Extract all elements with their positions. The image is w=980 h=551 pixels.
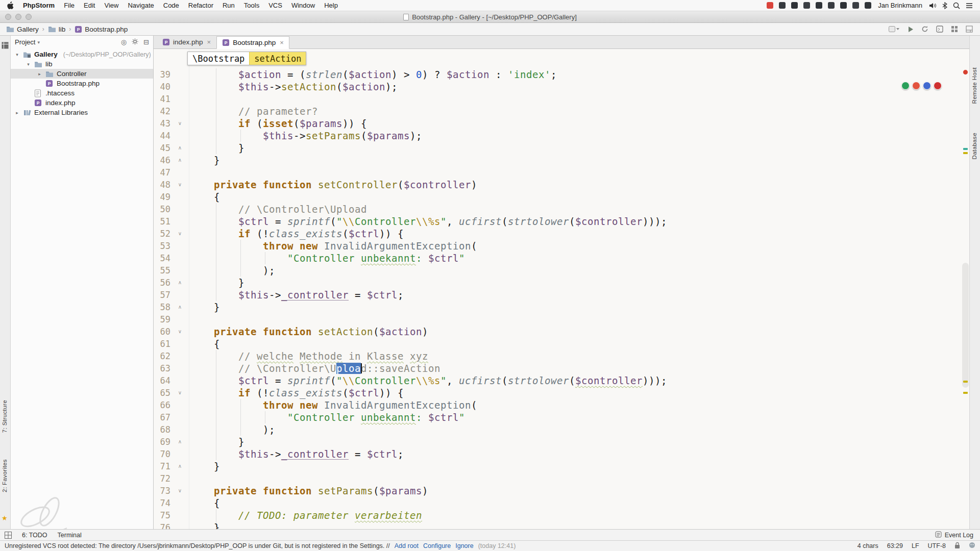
database-tool-button[interactable]: Database — [971, 133, 977, 159]
line-number[interactable]: 58 — [154, 301, 170, 313]
menu-item-navigate[interactable]: Navigate — [128, 2, 154, 9]
tree-item-bootstrap-php[interactable]: PBootstrap.php — [11, 79, 153, 88]
structure-tool-button[interactable]: 7: Structure — [2, 400, 8, 433]
fold-marker-icon[interactable]: ∧ — [170, 277, 189, 289]
code-line-46[interactable]: 46∧ } — [154, 154, 969, 166]
overlay-dot-icon[interactable] — [901, 82, 910, 90]
menu-app-name[interactable]: PhpStorm — [23, 2, 55, 9]
close-tab-icon[interactable]: × — [207, 38, 211, 46]
window-title-bar[interactable]: Bootstrap.php - Gallery - [~/Desktop/PHP… — [0, 11, 980, 23]
fold-marker-icon[interactable]: ∧ — [170, 436, 189, 448]
line-number[interactable]: 46 — [154, 154, 170, 166]
code-line-67[interactable]: 67 "Controller unbekannt: $ctrl" — [154, 411, 969, 423]
tree-item-controller[interactable]: ▸Controller — [11, 69, 153, 79]
menubar-extra-icon-1[interactable] — [779, 2, 786, 9]
line-number[interactable]: 44 — [154, 130, 170, 142]
code-lines[interactable]: 39 $action = (strlen($action) > 0) ? $ac… — [154, 49, 969, 529]
line-number[interactable]: 74 — [154, 497, 170, 509]
menu-item-vcs[interactable]: VCS — [268, 2, 282, 9]
line-number[interactable]: 53 — [154, 240, 170, 252]
code-line-41[interactable]: 41 — [154, 93, 969, 105]
tree-item--htaccess[interactable]: .htaccess — [11, 88, 153, 98]
code-line-52[interactable]: 52∨ if (!class_exists($ctrl)) { — [154, 228, 969, 240]
line-number[interactable]: 65 — [154, 387, 170, 399]
code-line-70[interactable]: 70 $this->_controller = $ctrl; — [154, 448, 969, 460]
code-line-57[interactable]: 57 $this->_controller = $ctrl; — [154, 289, 969, 301]
fold-marker-icon[interactable]: ∨ — [170, 387, 189, 399]
code-line-44[interactable]: 44 $this->setParams($params); — [154, 130, 969, 142]
breadcrumb-gallery[interactable]: Gallery — [5, 26, 40, 33]
ignore-link[interactable]: Ignore — [455, 542, 473, 549]
layout-icon[interactable] — [966, 26, 973, 33]
line-number[interactable]: 42 — [154, 105, 170, 117]
menu-item-edit[interactable]: Edit — [84, 2, 95, 9]
line-number[interactable]: 69 — [154, 436, 170, 448]
spotlight-icon[interactable] — [953, 2, 960, 9]
menubar-extra-icon-7[interactable] — [852, 2, 859, 9]
line-number[interactable]: 40 — [154, 81, 170, 93]
code-line-69[interactable]: 69∧ } — [154, 436, 969, 448]
code-line-59[interactable]: 59 — [154, 313, 969, 325]
code-line-64[interactable]: 64 $ctrl = sprintf("\\Controller\\%s", u… — [154, 374, 969, 387]
code-line-58[interactable]: 58∧ } — [154, 301, 969, 313]
apple-menu-icon[interactable] — [7, 2, 14, 9]
code-line-39[interactable]: 39 $action = (strlen($action) > 0) ? $ac… — [154, 68, 969, 81]
context-class[interactable]: \Bootstrap — [188, 52, 249, 65]
grid-icon[interactable] — [951, 26, 958, 33]
error-stripe-mark[interactable] — [963, 381, 968, 383]
tree-toggle-icon[interactable]: ▾ — [25, 62, 32, 67]
line-number[interactable]: 72 — [154, 472, 170, 485]
line-number[interactable]: 68 — [154, 423, 170, 436]
error-stripe-mark[interactable] — [963, 148, 968, 150]
code-line-63[interactable]: 63 // \Controller\Upload::saveAction — [154, 362, 969, 374]
fold-marker-icon[interactable]: ∨ — [170, 325, 189, 338]
context-method[interactable]: setAction — [249, 52, 306, 65]
menu-item-file[interactable]: File — [64, 2, 75, 9]
line-number[interactable]: 45 — [154, 142, 170, 154]
line-number[interactable]: 51 — [154, 215, 170, 228]
menubar-extra-icon-4[interactable] — [816, 2, 822, 9]
inspection-profile-icon[interactable] — [969, 542, 975, 550]
recording-overlay-buttons[interactable] — [901, 82, 942, 90]
menubar-user-name[interactable]: Jan Brinkmann — [878, 2, 922, 9]
close-button[interactable] — [5, 14, 11, 20]
todo-tool-button[interactable]: 6: TODO — [22, 532, 47, 539]
line-number[interactable]: 47 — [154, 166, 170, 179]
line-number[interactable]: 60 — [154, 325, 170, 338]
menubar-extra-icon-6[interactable] — [840, 2, 847, 9]
code-line-68[interactable]: 68 ); — [154, 423, 969, 436]
minimize-button[interactable] — [15, 14, 21, 20]
scrollbar-thumb[interactable] — [962, 263, 969, 388]
menu-item-tools[interactable]: Tools — [244, 2, 259, 9]
line-number[interactable]: 49 — [154, 191, 170, 203]
project-panel-title[interactable]: Project — [15, 38, 35, 46]
line-number[interactable]: 71 — [154, 460, 170, 472]
code-line-49[interactable]: 49 { — [154, 191, 969, 203]
line-number[interactable]: 48 — [154, 179, 170, 191]
run-icon[interactable] — [908, 26, 914, 33]
fold-marker-icon[interactable]: ∨ — [170, 485, 189, 497]
add-root-link[interactable]: Add root — [395, 542, 419, 549]
code-line-76[interactable]: 76 } — [154, 521, 969, 529]
line-separator-widget[interactable]: LF — [912, 542, 919, 549]
menu-item-view[interactable]: View — [104, 2, 118, 9]
code-line-72[interactable]: 72 — [154, 472, 969, 485]
close-tab-icon[interactable]: × — [280, 39, 284, 46]
code-line-66[interactable]: 66 throw new InvalidArgumentException( — [154, 399, 969, 411]
code-line-53[interactable]: 53 throw new InvalidArgumentException( — [154, 240, 969, 252]
line-number[interactable]: 52 — [154, 228, 170, 240]
tab-bootstrap-php[interactable]: P Bootstrap.php × — [216, 36, 289, 49]
code-line-74[interactable]: 74 { — [154, 497, 969, 509]
tree-toggle-icon[interactable]: ▾ — [14, 52, 20, 57]
line-number[interactable]: 43 — [154, 117, 170, 130]
screen-recorder-icon[interactable] — [767, 2, 773, 9]
console-icon[interactable] — [936, 26, 943, 33]
project-tool-icon[interactable] — [2, 42, 9, 51]
code-line-75[interactable]: 75 // TODO: parameter verarbeiten — [154, 509, 969, 521]
volume-icon[interactable] — [929, 3, 937, 9]
notification-center-icon[interactable] — [966, 3, 973, 9]
error-stripe-mark[interactable] — [963, 392, 968, 394]
error-stripe-mark[interactable] — [963, 152, 968, 154]
code-line-60[interactable]: 60∨ private function setAction($action) — [154, 325, 969, 338]
configure-link[interactable]: Configure — [423, 542, 451, 549]
